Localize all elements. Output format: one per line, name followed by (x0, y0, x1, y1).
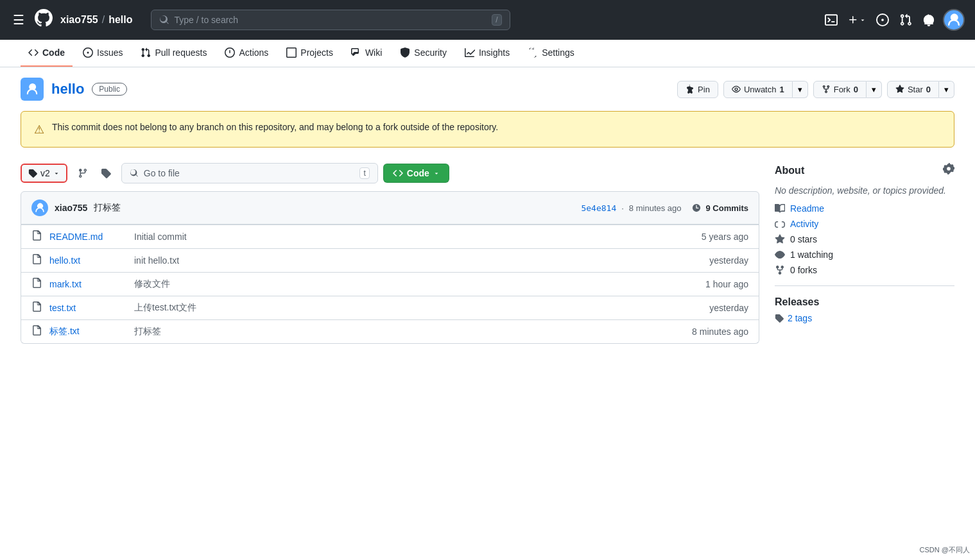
commit-bar: xiao755 打标签 5e4e814 · 8 minutes ago 9 Co… (21, 191, 759, 225)
breadcrumb-repo[interactable]: hello (108, 14, 132, 26)
commits-link[interactable]: 9 Commits (706, 203, 748, 213)
file-icon (31, 230, 42, 243)
releases-tags-link[interactable]: 2 tags (775, 313, 954, 323)
file-name[interactable]: 标签.txt (49, 326, 126, 337)
nav-item-actions[interactable]: Actions (217, 40, 276, 67)
about-settings-icon[interactable] (943, 163, 954, 178)
table-row: 标签.txt 打标签 8 minutes ago (21, 319, 759, 343)
commit-author-avatar (31, 199, 48, 216)
nav-item-wiki[interactable]: Wiki (343, 40, 390, 67)
breadcrumb: xiao755 / hello (60, 14, 133, 26)
tags-view-button[interactable] (96, 164, 116, 182)
unwatch-button[interactable]: Unwatch 1 (723, 81, 793, 98)
repo-visibility-badge: Public (92, 83, 127, 96)
breadcrumb-separator: / (102, 14, 105, 26)
branch-icon (78, 168, 88, 178)
repo-owner-avatar (21, 78, 44, 101)
go-to-file-placeholder: Go to file (144, 168, 180, 178)
commit-time: 8 minutes ago (629, 203, 682, 213)
forks-stat: 0 forks (775, 265, 954, 275)
github-logo[interactable] (35, 9, 53, 31)
nav-item-insights[interactable]: Insights (457, 40, 517, 67)
sidebar-divider (775, 285, 954, 286)
file-browser: v2 Go to file t Code (21, 163, 759, 344)
forks-icon (775, 265, 785, 275)
star-button[interactable]: Star 0 (887, 81, 939, 98)
file-commit: 打标签 (134, 326, 684, 337)
about-header: About (775, 163, 954, 178)
activity-icon (775, 219, 785, 229)
releases-tags-count: 2 tags (788, 313, 812, 323)
branch-view-icons (73, 164, 116, 182)
tag-icon (101, 168, 111, 178)
file-icon (31, 325, 42, 338)
search-shortcut-hint: / (492, 14, 501, 26)
file-time: 1 hour ago (705, 279, 748, 289)
file-icon (31, 301, 42, 314)
releases-title: Releases (775, 296, 954, 308)
nav-item-issues[interactable]: Issues (75, 40, 130, 67)
global-search-bar[interactable]: Type / to search / (151, 10, 510, 30)
star-dropdown-button[interactable]: ▾ (939, 81, 954, 98)
hamburger-menu-button[interactable]: ☰ (10, 10, 27, 30)
nav-item-settings[interactable]: Settings (520, 40, 582, 67)
file-time: 5 years ago (702, 232, 748, 242)
security-icon (400, 47, 410, 58)
code-button[interactable]: Code (383, 164, 449, 183)
search-icon (159, 15, 169, 25)
fork-dropdown-button[interactable]: ▾ (867, 81, 882, 98)
file-time: 8 minutes ago (692, 327, 748, 337)
pin-button-group: Pin (677, 81, 718, 98)
commit-meta: 5e4e814 · 8 minutes ago 9 Commits (581, 203, 748, 213)
branches-view-button[interactable] (73, 164, 93, 182)
stars-count: 0 stars (790, 234, 817, 244)
warning-banner: ⚠ This commit does not belong to any bra… (21, 111, 954, 148)
nav-item-projects[interactable]: Projects (279, 40, 341, 67)
insights-icon (465, 47, 475, 58)
create-new-button[interactable] (845, 12, 868, 28)
tag-selector-icon (28, 169, 37, 178)
nav-item-security[interactable]: Security (392, 40, 454, 67)
branch-selector-button[interactable]: v2 (21, 164, 67, 183)
file-commit: init hello.txt (134, 255, 702, 266)
file-commit: Initial commit (134, 232, 694, 242)
nav-item-code[interactable]: Code (21, 40, 73, 67)
file-name[interactable]: README.md (49, 232, 126, 242)
file-name[interactable]: test.txt (49, 303, 126, 313)
projects-icon (286, 47, 297, 58)
warning-message: This commit does not belong to any branc… (52, 122, 498, 132)
top-navigation: ☰ xiao755 / hello Type / to search / (0, 0, 975, 40)
warning-icon: ⚠ (34, 123, 44, 137)
unwatch-dropdown-button[interactable]: ▾ (793, 81, 808, 98)
activity-link[interactable]: Activity (775, 219, 954, 229)
breadcrumb-user[interactable]: xiao755 (60, 14, 98, 26)
forks-count: 0 forks (790, 265, 817, 275)
notifications-button[interactable] (920, 11, 938, 29)
main-content: v2 Go to file t Code (0, 153, 975, 354)
nav-item-pull-requests[interactable]: Pull requests (133, 40, 214, 67)
fork-button-group: Fork 0 ▾ (813, 81, 882, 98)
code-button-icon (393, 168, 403, 178)
actions-icon (225, 47, 235, 58)
eye-icon (732, 85, 741, 94)
search-icon-small (130, 169, 139, 178)
issues-nav-button[interactable] (874, 11, 892, 29)
readme-link[interactable]: Readme (775, 203, 954, 214)
terminal-button[interactable] (822, 11, 840, 29)
repo-title[interactable]: hello (51, 81, 84, 98)
user-avatar[interactable] (943, 9, 965, 31)
pin-button[interactable]: Pin (677, 81, 718, 98)
file-name[interactable]: hello.txt (49, 255, 126, 266)
file-name[interactable]: mark.txt (49, 279, 126, 289)
commit-hash[interactable]: 5e4e814 (581, 203, 616, 213)
branch-bar: v2 Go to file t Code (21, 163, 759, 183)
file-time: yesterday (709, 303, 748, 313)
clock-icon (692, 203, 701, 212)
stars-stat: 0 stars (775, 234, 954, 244)
commit-author-name[interactable]: xiao755 (55, 203, 87, 213)
star-button-group: Star 0 ▾ (887, 81, 954, 98)
pull-requests-nav-button[interactable] (897, 11, 915, 29)
fork-button[interactable]: Fork 0 (813, 81, 867, 98)
pin-icon (686, 85, 695, 94)
go-to-file-input[interactable]: Go to file t (121, 163, 378, 183)
